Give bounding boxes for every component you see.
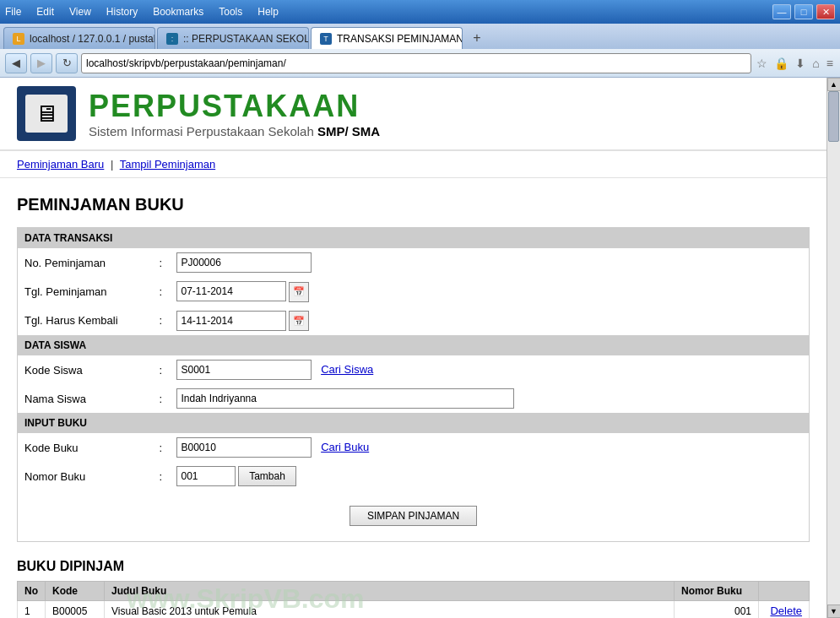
menu-tools[interactable]: Tools	[219, 6, 242, 18]
kode-buku-label: Kode Buku	[18, 433, 153, 462]
tab-2[interactable]: : :: PERPUSTAKAAN SEKOLAH - Sist... ✕	[157, 27, 309, 49]
menu-icon[interactable]: ≡	[826, 57, 833, 70]
nama-siswa-row: Nama Siswa :	[18, 384, 810, 413]
back-button[interactable]: ◀	[5, 53, 27, 73]
menu-bookmarks[interactable]: Bookmarks	[153, 6, 203, 18]
simpan-button[interactable]: SIMPAN PINJAMAN	[350, 506, 477, 526]
tambah-button[interactable]: Tambah	[238, 466, 296, 486]
kode-buku-cell: Cari Buku	[170, 433, 810, 462]
logo-inner: 🖥	[25, 95, 68, 133]
no-peminjaman-input[interactable]	[176, 252, 312, 273]
kode-buku-input[interactable]	[176, 437, 312, 458]
address-input[interactable]	[81, 53, 751, 73]
header-text: PERPUSTAKAAN Sistem Informasi Perpustaka…	[89, 89, 380, 138]
row-no: 1	[18, 601, 46, 619]
col-nomor: Nomor Buku	[675, 582, 759, 601]
kode-siswa-cell: Cari Siswa	[170, 355, 810, 384]
tab1-label: localhost / 127.0.0.1 / pustak...	[30, 33, 155, 45]
scroll-track	[827, 91, 840, 604]
title-bar: File Edit View History Bookmarks Tools H…	[0, 0, 840, 24]
section-buku-row: INPUT BUKU	[18, 413, 810, 433]
tab-1[interactable]: L localhost / 127.0.0.1 / pustak... ✕	[3, 27, 155, 49]
colon5: :	[153, 384, 170, 413]
star-icon[interactable]: ☆	[756, 57, 767, 70]
nama-siswa-label: Nama Siswa	[18, 384, 153, 413]
scrollbar-y: ▲ ▼	[826, 78, 840, 618]
site-subtitle: Sistem Informasi Perpustakaan Sekolah SM…	[89, 124, 380, 138]
kode-siswa-input[interactable]	[176, 360, 312, 380]
kode-siswa-row: Kode Siswa : Cari Siswa	[18, 355, 810, 384]
tgl-peminjaman-input[interactable]	[176, 281, 286, 301]
download-icon[interactable]: ⬇	[795, 57, 805, 70]
buku-dipinjam-table: No Kode Judul Buku Nomor Buku 1 B00005	[17, 581, 810, 618]
nav-peminjaman-baru[interactable]: Peminjaman Baru	[17, 158, 104, 171]
delete-link[interactable]: Delete	[770, 604, 802, 617]
scroll-thumb[interactable]	[828, 91, 839, 142]
tgl-peminjaman-cal-button[interactable]: 📅	[289, 282, 309, 302]
col-action	[759, 582, 810, 601]
tgl-peminjaman-row: Tgl. Peminjaman : 📅	[18, 277, 810, 306]
colon2: :	[153, 277, 170, 306]
col-judul: Judul Buku	[105, 582, 675, 601]
tgl-kembali-label: Tgl. Harus Kembali	[18, 306, 153, 336]
site-title: PERPUSTAKAAN	[89, 89, 380, 124]
cari-buku-link[interactable]: Cari Buku	[321, 441, 369, 453]
nomor-buku-label: Nomor Buku	[18, 462, 153, 491]
main-content: www.SkripVB.com PEMINJAMAN BUKU DATA TRA…	[0, 178, 826, 618]
scroll-up-button[interactable]: ▲	[827, 78, 841, 91]
menu-bar: File Edit View History Bookmarks Tools H…	[5, 6, 772, 18]
tab2-favicon: :	[166, 33, 178, 45]
no-peminjaman-cell	[170, 248, 810, 277]
section-siswa-header: DATA SISWA	[18, 335, 810, 355]
buku-dipinjam-title: BUKU DIPINJAM	[17, 559, 810, 574]
content-area: 🖥 PERPUSTAKAAN Sistem Informasi Perpusta…	[0, 78, 840, 618]
new-tab-button[interactable]: +	[466, 27, 488, 49]
address-bar: ◀ ▶ ↻ ☆ 🔒 ⬇ ⌂ ≡	[0, 49, 840, 78]
menu-edit[interactable]: Edit	[36, 6, 54, 18]
lock-icon: 🔒	[774, 57, 789, 70]
section-buku-header: INPUT BUKU	[18, 413, 810, 433]
home-icon[interactable]: ⌂	[812, 57, 819, 70]
menu-file[interactable]: File	[5, 6, 21, 18]
page-content: 🖥 PERPUSTAKAAN Sistem Informasi Perpusta…	[0, 78, 826, 618]
table-row: 1 B00005 Visual Basic 2013 untuk Pemula …	[18, 601, 810, 619]
tab3-label: TRANSAKSI PEMINJAMAN	[337, 33, 463, 45]
forward-button[interactable]: ▶	[30, 53, 52, 73]
minimize-button[interactable]: —	[772, 4, 791, 19]
nama-siswa-input[interactable]	[176, 388, 514, 409]
subtitle-pre: Sistem Informasi Perpustakaan Sekolah	[89, 124, 317, 138]
buku-table-header-row: No Kode Judul Buku Nomor Buku	[18, 582, 810, 601]
refresh-button[interactable]: ↻	[56, 53, 78, 73]
section-transaksi-row: DATA TRANSAKSI	[18, 228, 810, 249]
tgl-kembali-input[interactable]	[176, 311, 286, 331]
menu-help[interactable]: Help	[257, 6, 279, 18]
tab1-favicon: L	[13, 33, 24, 45]
buku-table-body: 1 B00005 Visual Basic 2013 untuk Pemula …	[18, 601, 810, 619]
tab-3[interactable]: T TRANSAKSI PEMINJAMAN ✕	[311, 27, 463, 49]
colon4: :	[153, 355, 170, 384]
colon7: :	[153, 462, 170, 491]
form-table: DATA TRANSAKSI No. Peminjaman : Tgl. Pem…	[17, 227, 810, 542]
colon6: :	[153, 433, 170, 462]
no-peminjaman-label: No. Peminjaman	[18, 248, 153, 277]
menu-view[interactable]: View	[69, 6, 91, 18]
nav-tampil-peminjaman[interactable]: Tampil Peminjaman	[120, 158, 215, 171]
tab2-label: :: PERPUSTAKAAN SEKOLAH - Sist...	[183, 33, 309, 45]
buku-table-head: No Kode Judul Buku Nomor Buku	[18, 582, 810, 601]
section-siswa-row: DATA SISWA	[18, 335, 810, 355]
scroll-down-button[interactable]: ▼	[827, 604, 841, 618]
cari-siswa-link[interactable]: Cari Siswa	[321, 363, 373, 376]
menu-history[interactable]: History	[106, 6, 138, 18]
tab3-favicon: T	[320, 33, 332, 45]
tab-bar: L localhost / 127.0.0.1 / pustak... ✕ : …	[0, 24, 840, 49]
colon1: :	[153, 248, 170, 277]
maximize-button[interactable]: □	[794, 4, 813, 19]
close-button[interactable]: ✕	[816, 4, 835, 19]
tgl-peminjaman-cell: 📅	[170, 277, 810, 306]
nav-links: Peminjaman Baru | Tampil Peminjaman	[0, 151, 826, 178]
nama-siswa-cell	[170, 384, 810, 413]
nomor-buku-input[interactable]	[176, 466, 236, 486]
tgl-kembali-cal-button[interactable]: 📅	[289, 311, 309, 331]
row-nomor: 001	[675, 601, 759, 619]
header-logo: 🖥	[17, 86, 76, 141]
